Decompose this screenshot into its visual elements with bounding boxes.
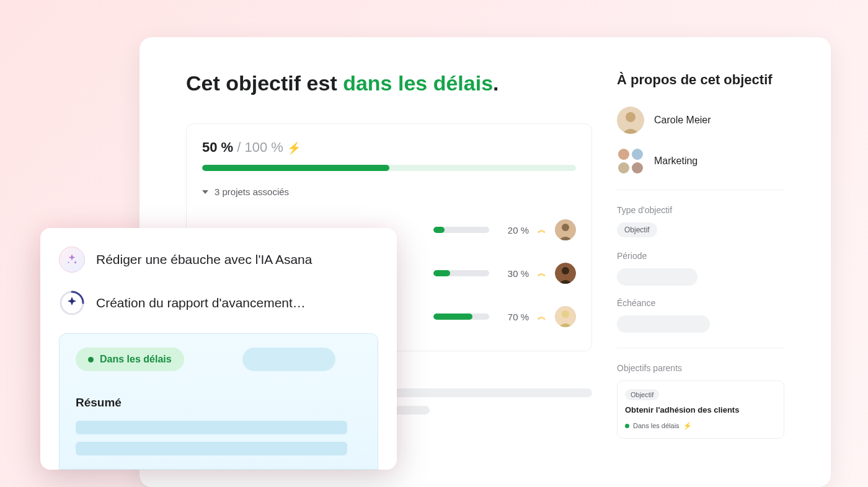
bolt-icon: ⚡ <box>287 142 301 154</box>
svg-point-3 <box>562 267 569 274</box>
status-dot-icon <box>625 424 629 428</box>
ai-creating-row: Création du rapport d'avancement… <box>59 290 378 316</box>
progress-current: 50 % <box>202 139 233 155</box>
chevrons-up-icon: ︽ <box>538 224 546 235</box>
type-label: Type d'objectif <box>617 205 784 215</box>
chevrons-up-icon: ︽ <box>538 311 546 322</box>
project-percent: 70 % <box>498 312 529 322</box>
parent-status-label: Dans les délais <box>633 422 680 429</box>
progress-text: 50 % / 100 % ⚡ <box>202 139 576 156</box>
goal-title-prefix: Cet objectif est <box>186 71 343 95</box>
svg-point-5 <box>562 310 569 318</box>
parent-goal-card[interactable]: Objectif Obtenir l'adhésion des clients … <box>617 380 784 439</box>
parent-goal-title: Obtenir l'adhésion des clients <box>625 405 776 415</box>
avatar <box>555 306 576 327</box>
status-row: Dans les délais <box>76 348 361 371</box>
period-label: Période <box>617 251 784 261</box>
progress-separator: / <box>233 139 244 155</box>
status-pill-label: Dans les délais <box>100 354 172 365</box>
status-dot-icon <box>88 357 94 362</box>
resume-placeholder-line <box>76 421 347 434</box>
owner-name: Carole Meier <box>654 115 711 126</box>
mini-progress-bar <box>433 314 489 320</box>
caret-down-icon <box>202 190 208 194</box>
due-placeholder[interactable] <box>617 315 710 333</box>
about-heading: À propos de cet objectif <box>617 71 784 89</box>
sparkle-icon <box>59 247 85 273</box>
spinner-sparkle-icon <box>59 290 85 316</box>
progress-bar <box>202 165 576 171</box>
svg-point-1 <box>562 224 569 231</box>
ai-draft-row[interactable]: Rédiger une ébauche avec l'IA Asana <box>59 247 378 273</box>
avatar <box>555 263 576 284</box>
owner-avatar <box>617 107 644 134</box>
resume-heading: Résumé <box>76 396 361 410</box>
parent-chip: Objectif <box>625 389 659 400</box>
mini-progress-bar <box>433 270 489 276</box>
placeholder-pill <box>242 348 335 371</box>
progress-bar-fill <box>202 165 389 171</box>
progress-total: 100 % <box>245 139 283 155</box>
ai-creating-label: Création du rapport d'avancement… <box>96 296 306 310</box>
owner-row[interactable]: Carole Meier <box>617 107 784 134</box>
team-row[interactable]: Marketing <box>617 147 784 175</box>
chevrons-up-icon: ︽ <box>538 268 546 279</box>
status-pill[interactable]: Dans les délais <box>76 348 184 371</box>
ai-draft-card: Rédiger une ébauche avec l'IA Asana Créa… <box>40 228 397 470</box>
resume-placeholder-line <box>76 442 347 455</box>
goal-status-highlight: dans les délais <box>343 71 493 95</box>
parent-status: Dans les délais ⚡ <box>625 422 692 430</box>
project-percent: 20 % <box>498 225 529 235</box>
avatar <box>555 219 576 240</box>
goal-sidebar: À propos de cet objectif Carole Meier Ma… <box>617 71 784 453</box>
svg-point-7 <box>626 112 636 122</box>
goal-title-suffix: . <box>493 71 498 95</box>
project-percent: 30 % <box>498 268 529 279</box>
ai-status-panel: Dans les délais Résumé <box>59 333 378 470</box>
projects-toggle[interactable]: 3 projets associés <box>202 186 576 197</box>
period-placeholder[interactable] <box>617 268 698 286</box>
goal-title: Cet objectif est dans les délais. <box>186 71 592 95</box>
divider <box>617 190 784 190</box>
parents-label: Objectifs parents <box>617 363 784 373</box>
bolt-icon: ⚡ <box>683 422 692 430</box>
projects-header-label: 3 projets associés <box>215 186 289 197</box>
type-chip: Objectif <box>617 222 657 237</box>
ai-draft-label: Rédiger une ébauche avec l'IA Asana <box>96 252 312 267</box>
team-name: Marketing <box>654 156 698 167</box>
mini-progress-bar <box>433 227 489 233</box>
due-label: Échéance <box>617 298 784 308</box>
team-avatar-cluster <box>617 147 644 175</box>
divider <box>617 348 784 348</box>
